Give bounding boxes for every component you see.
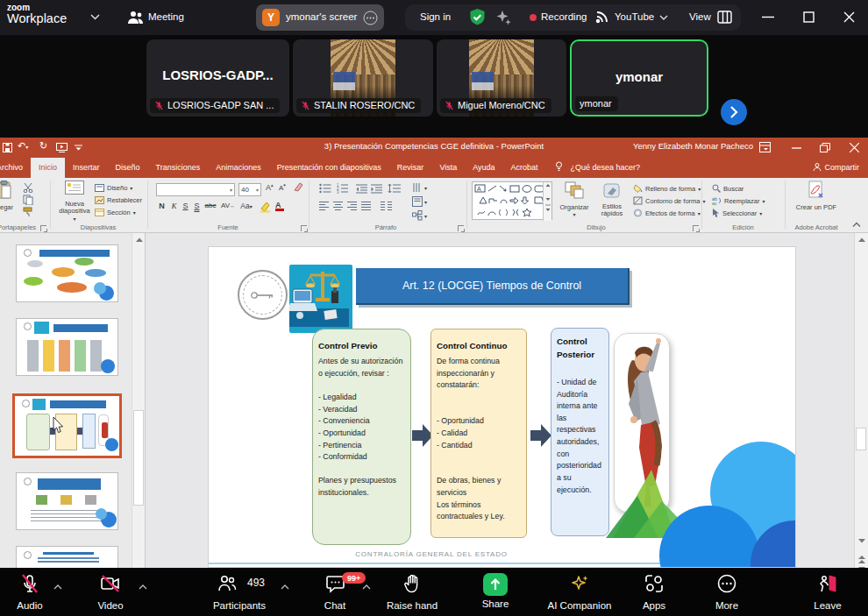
- window-maximize-button[interactable]: [803, 11, 815, 23]
- create-pdf-button[interactable]: Crear un PDF: [793, 180, 839, 221]
- chat-options-chevron[interactable]: [362, 584, 371, 590]
- security-shield-icon[interactable]: [468, 8, 487, 26]
- youtube-chevron-icon[interactable]: [659, 15, 668, 20]
- shrink-font-button[interactable]: A▾: [279, 182, 286, 192]
- section-button[interactable]: Sección▾: [95, 209, 136, 216]
- replace-button[interactable]: abacReemplazar▾: [712, 196, 765, 205]
- tell-me-box[interactable]: ¿Qué desea hacer?: [567, 158, 649, 178]
- arrange-button[interactable]: Organizar▾: [556, 180, 593, 221]
- thumbnail-scrollbar-thumb[interactable]: [133, 410, 144, 506]
- numbering-button[interactable]: 123: [337, 183, 349, 194]
- cut-icon[interactable]: [23, 182, 33, 193]
- columns-button[interactable]: [381, 201, 392, 210]
- shapes-gallery[interactable]: A: [472, 181, 552, 220]
- shape-outline-button[interactable]: Contorno de forma▾: [633, 196, 706, 205]
- highlight-button[interactable]: [260, 202, 272, 215]
- ribbon-display-options-icon[interactable]: [759, 142, 771, 152]
- participant-tile-miguel[interactable]: Miguel Moreno/CNC: [437, 39, 566, 117]
- tab-acrobat[interactable]: Acrobat: [503, 158, 546, 178]
- collapse-ribbon-button[interactable]: [852, 222, 861, 228]
- dibujo-dialog-launcher[interactable]: [693, 225, 699, 231]
- ppt-close-button[interactable]: [850, 143, 859, 152]
- slide-thumbnail-3-selected[interactable]: [12, 393, 122, 458]
- decrease-indent-button[interactable]: [356, 183, 367, 194]
- next-participants-button[interactable]: [721, 99, 747, 125]
- current-slide[interactable]: Art. 12 (LOCGE) Tiempos de Control Contr…: [208, 246, 796, 568]
- tab-inicio[interactable]: Inicio: [31, 158, 65, 178]
- tab-diseno[interactable]: Diseño: [108, 158, 148, 178]
- quick-styles-button[interactable]: Estilos rápidos: [594, 180, 630, 221]
- leave-button[interactable]: Leave: [805, 573, 850, 611]
- double-underline-button[interactable]: S: [191, 202, 203, 210]
- youtube-live-icon[interactable]: [594, 11, 610, 25]
- font-color-button[interactable]: A: [275, 201, 284, 211]
- char-spacing-button[interactable]: AV↔: [220, 202, 236, 209]
- bold-button[interactable]: N: [156, 202, 167, 210]
- participants-button[interactable]: 493 Participants: [202, 573, 277, 611]
- ppt-restore-button[interactable]: [820, 143, 830, 152]
- fuente-dialog-launcher[interactable]: [301, 225, 307, 231]
- convert-smartart-button[interactable]: ▾: [412, 210, 427, 221]
- apps-button[interactable]: Apps: [631, 573, 677, 611]
- sparkle-icon[interactable]: [495, 9, 512, 25]
- share-pill-more-icon[interactable]: [363, 11, 378, 25]
- screen-share-pill[interactable]: Y ymonar's screer: [256, 4, 384, 31]
- line-spacing-button[interactable]: [388, 183, 401, 194]
- participants-options-chevron[interactable]: [281, 584, 289, 590]
- find-button[interactable]: Buscar: [712, 184, 743, 193]
- align-text-button[interactable]: ▾: [412, 196, 427, 207]
- shape-effects-button[interactable]: Efectos de forma▾: [633, 209, 701, 217]
- view-button-label[interactable]: View: [689, 11, 711, 22]
- layout-button[interactable]: Diseño▾: [95, 184, 132, 192]
- tab-archivo[interactable]: Archivo: [0, 158, 31, 178]
- parrafo-dialog-launcher[interactable]: [458, 225, 464, 231]
- participant-tile-losrios[interactable]: LOSRIOS-GADP... LOSRIOS-GADP SAN ...: [146, 39, 289, 117]
- copy-icon[interactable]: [23, 195, 33, 205]
- italic-button[interactable]: K: [168, 202, 180, 210]
- window-close-button[interactable]: [843, 11, 855, 23]
- format-painter-icon[interactable]: [23, 207, 33, 217]
- justify-button[interactable]: [361, 201, 371, 210]
- increase-indent-button[interactable]: [371, 183, 382, 194]
- scroll-down-icon[interactable]: [858, 539, 865, 543]
- new-slide-button[interactable]: Nueva diapositiva▾: [54, 180, 95, 221]
- meeting-tab-label[interactable]: Meeting: [148, 11, 184, 22]
- previous-slide-button[interactable]: [858, 556, 865, 563]
- tab-animaciones[interactable]: Animaciones: [208, 158, 269, 178]
- slide-scrollbar-thumb[interactable]: [856, 428, 866, 450]
- slide-thumbnail-1[interactable]: [16, 244, 118, 302]
- ppt-account-name[interactable]: Yenny Elizabeth Monar Pacheco: [633, 141, 753, 151]
- shapes-gallery-scroll[interactable]: [543, 182, 551, 221]
- select-button[interactable]: Seleccionar▾: [712, 209, 762, 217]
- participant-tile-ymonar[interactable]: ymonar ymonar: [570, 39, 708, 117]
- thumbnail-scrollbar[interactable]: [132, 233, 146, 568]
- tab-transiciones[interactable]: Transiciones: [148, 158, 209, 178]
- reset-button[interactable]: Restablecer: [95, 196, 142, 204]
- clear-formatting-button[interactable]: [293, 181, 303, 194]
- scroll-up-icon[interactable]: [858, 237, 865, 242]
- align-center-button[interactable]: [333, 201, 343, 210]
- video-button[interactable]: Video: [88, 573, 133, 611]
- slide-thumbnail-2[interactable]: [16, 318, 118, 376]
- align-right-button[interactable]: [347, 201, 357, 210]
- underline-button[interactable]: S: [180, 202, 191, 210]
- slide-thumbnail-5[interactable]: [16, 546, 118, 568]
- slide-scrollbar[interactable]: [854, 233, 868, 568]
- video-options-chevron[interactable]: [139, 584, 147, 590]
- share-button[interactable]: Share: [473, 573, 518, 609]
- ppt-minimize-button[interactable]: [792, 147, 801, 149]
- align-left-button[interactable]: [319, 201, 329, 210]
- slide-thumbnail-4[interactable]: [16, 472, 118, 530]
- workspace-chevron-icon[interactable]: [90, 14, 100, 20]
- thumb-scroll-up-icon[interactable]: [136, 237, 143, 242]
- youtube-label[interactable]: YouTube: [615, 11, 654, 22]
- window-minimize-button[interactable]: [762, 16, 774, 18]
- tab-vista[interactable]: Vista: [431, 158, 465, 178]
- raise-hand-button[interactable]: Raise hand: [381, 573, 443, 611]
- audio-options-chevron[interactable]: [53, 584, 62, 590]
- audio-button[interactable]: Audio: [7, 573, 53, 611]
- more-button[interactable]: More: [704, 573, 750, 611]
- ppt-share-button[interactable]: Compartir: [813, 158, 859, 178]
- ai-companion-button[interactable]: AI Companion: [539, 573, 620, 611]
- participant-tile-stalin[interactable]: STALIN ROSERO/CNC: [293, 39, 433, 117]
